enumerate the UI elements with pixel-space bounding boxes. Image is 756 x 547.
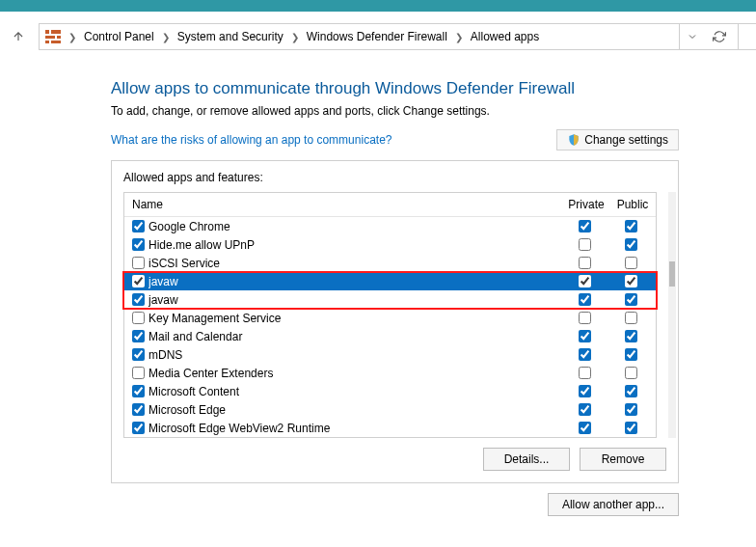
scrollbar-thumb[interactable] bbox=[669, 261, 675, 287]
public-checkbox[interactable] bbox=[625, 238, 637, 251]
scrollbar[interactable] bbox=[668, 192, 676, 438]
breadcrumb-item[interactable]: Control Panel bbox=[84, 30, 154, 43]
app-name: Key Management Service bbox=[148, 312, 563, 325]
private-checkbox[interactable] bbox=[579, 403, 591, 416]
enable-checkbox[interactable] bbox=[132, 403, 145, 416]
app-name: javaw bbox=[148, 275, 563, 288]
main-content: Allow apps to communicate through Window… bbox=[0, 60, 756, 516]
address-box[interactable]: ❯ Control Panel ❯ System and Security ❯ … bbox=[39, 23, 739, 50]
up-arrow-icon bbox=[12, 30, 25, 43]
column-public[interactable]: Public bbox=[609, 193, 656, 216]
table-row[interactable]: Key Management Service bbox=[124, 309, 656, 327]
breadcrumb-item[interactable]: Allowed apps bbox=[471, 30, 539, 43]
enable-checkbox[interactable] bbox=[132, 385, 145, 397]
page-title: Allow apps to communicate through Window… bbox=[111, 79, 679, 98]
column-name[interactable]: Name bbox=[124, 193, 563, 216]
list-body: Google ChromeHide.me allow UPnPiSCSI Ser… bbox=[124, 217, 656, 437]
table-row[interactable]: Microsoft Content bbox=[124, 382, 656, 400]
list-header: Name Private Public bbox=[124, 193, 656, 217]
change-settings-button[interactable]: Change settings bbox=[556, 129, 679, 150]
change-settings-label: Change settings bbox=[584, 133, 668, 147]
chevron-right-icon: ❯ bbox=[160, 32, 172, 42]
public-checkbox[interactable] bbox=[625, 348, 637, 361]
svg-rect-1 bbox=[45, 34, 61, 36]
public-checkbox[interactable] bbox=[625, 275, 637, 287]
public-checkbox[interactable] bbox=[625, 403, 637, 416]
enable-checkbox[interactable] bbox=[132, 293, 145, 306]
table-row[interactable]: Microsoft Edge WebView2 Runtime bbox=[124, 419, 656, 437]
svg-rect-2 bbox=[45, 39, 61, 41]
chevron-right-icon: ❯ bbox=[453, 32, 465, 42]
firewall-icon bbox=[45, 30, 61, 43]
app-name: mDNS bbox=[148, 348, 563, 362]
public-checkbox[interactable] bbox=[625, 367, 637, 379]
enable-checkbox[interactable] bbox=[132, 367, 145, 379]
app-name: Google Chrome bbox=[148, 220, 563, 233]
public-checkbox[interactable] bbox=[625, 422, 637, 434]
table-row[interactable]: Microsoft Edge bbox=[124, 400, 656, 419]
table-row[interactable]: Hide.me allow UPnP bbox=[124, 235, 656, 254]
chevron-right-icon: ❯ bbox=[67, 32, 78, 42]
private-checkbox[interactable] bbox=[579, 367, 591, 379]
enable-checkbox[interactable] bbox=[132, 220, 145, 232]
app-name: iSCSI Service bbox=[148, 257, 563, 270]
private-checkbox[interactable] bbox=[579, 312, 591, 324]
svg-rect-5 bbox=[49, 41, 51, 43]
address-bar-row: ❯ Control Panel ❯ System and Security ❯ … bbox=[0, 12, 756, 60]
private-checkbox[interactable] bbox=[579, 348, 591, 361]
private-checkbox[interactable] bbox=[579, 385, 591, 397]
public-checkbox[interactable] bbox=[625, 220, 637, 232]
table-row[interactable]: mDNS bbox=[124, 345, 656, 364]
remove-button[interactable]: Remove bbox=[580, 448, 666, 471]
app-name: Mail and Calendar bbox=[148, 330, 563, 343]
private-checkbox[interactable] bbox=[579, 275, 591, 287]
app-name: Hide.me allow UPnP bbox=[148, 238, 563, 252]
enable-checkbox[interactable] bbox=[132, 275, 145, 287]
table-row[interactable]: Media Center Extenders bbox=[124, 364, 656, 382]
title-bar-stub bbox=[0, 0, 756, 12]
table-row[interactable]: Mail and Calendar bbox=[124, 327, 656, 345]
app-name: Microsoft Content bbox=[148, 385, 563, 398]
risks-link[interactable]: What are the risks of allowing an app to… bbox=[111, 133, 392, 147]
enable-checkbox[interactable] bbox=[132, 348, 145, 361]
svg-rect-0 bbox=[45, 30, 61, 43]
breadcrumb-item[interactable]: System and Security bbox=[177, 30, 284, 43]
search-box-stub[interactable] bbox=[679, 23, 756, 50]
app-name: Microsoft Edge WebView2 Runtime bbox=[148, 422, 563, 435]
table-row[interactable]: Google Chrome bbox=[124, 217, 656, 235]
shield-icon bbox=[567, 133, 580, 147]
table-row[interactable]: javaw bbox=[124, 272, 656, 290]
panel-label: Allowed apps and features: bbox=[123, 171, 666, 184]
public-checkbox[interactable] bbox=[625, 330, 637, 342]
public-checkbox[interactable] bbox=[625, 312, 637, 324]
apps-list: Name Private Public Google ChromeHide.me… bbox=[123, 192, 657, 438]
svg-rect-4 bbox=[55, 36, 57, 39]
enable-checkbox[interactable] bbox=[132, 422, 145, 434]
enable-checkbox[interactable] bbox=[132, 330, 145, 342]
page-subtitle: To add, change, or remove allowed apps a… bbox=[111, 104, 679, 118]
private-checkbox[interactable] bbox=[579, 257, 591, 269]
private-checkbox[interactable] bbox=[579, 422, 591, 434]
enable-checkbox[interactable] bbox=[132, 257, 145, 269]
table-row[interactable]: iSCSI Service bbox=[124, 254, 656, 272]
column-private[interactable]: Private bbox=[563, 193, 609, 216]
private-checkbox[interactable] bbox=[579, 293, 591, 306]
app-name: Microsoft Edge bbox=[148, 403, 563, 417]
chevron-right-icon: ❯ bbox=[289, 32, 301, 42]
allowed-apps-panel: Allowed apps and features: Name Private … bbox=[111, 160, 679, 483]
private-checkbox[interactable] bbox=[579, 220, 591, 232]
public-checkbox[interactable] bbox=[625, 293, 637, 306]
table-row[interactable]: javaw bbox=[124, 290, 656, 309]
enable-checkbox[interactable] bbox=[132, 312, 145, 324]
private-checkbox[interactable] bbox=[579, 238, 591, 251]
private-checkbox[interactable] bbox=[579, 330, 591, 342]
public-checkbox[interactable] bbox=[625, 385, 637, 397]
nav-up-button[interactable] bbox=[10, 28, 27, 45]
breadcrumb-item[interactable]: Windows Defender Firewall bbox=[307, 30, 447, 43]
enable-checkbox[interactable] bbox=[132, 238, 145, 251]
svg-rect-3 bbox=[49, 30, 51, 34]
details-button[interactable]: Details... bbox=[483, 448, 570, 471]
public-checkbox[interactable] bbox=[625, 257, 637, 269]
allow-another-app-button[interactable]: Allow another app... bbox=[548, 493, 679, 516]
app-name: Media Center Extenders bbox=[148, 367, 563, 380]
